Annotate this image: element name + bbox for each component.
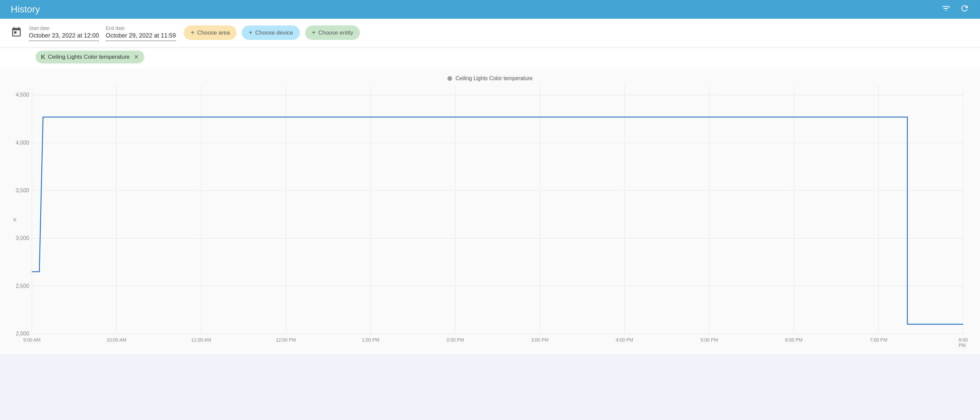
start-date-field[interactable]: Start date October 23, 2022 at 12:00 [29,25,99,41]
y-axis-label: K [13,217,16,223]
choose-device-label: Choose device [255,30,293,36]
app-header: History [0,0,980,19]
chart-svg: 2,0002,5003,0003,5004,0004,500 [32,86,963,334]
refresh-icon[interactable] [960,4,969,16]
svg-text:4,500: 4,500 [16,92,29,98]
x-tick-label: 4:00 PM [616,337,633,342]
svg-text:2,500: 2,500 [16,283,29,289]
x-tick-label: 2:00 PM [446,337,464,342]
plus-icon: + [312,29,316,37]
active-filters: K Ceiling Lights Color temperature ✕ [0,48,980,69]
start-date-value: October 23, 2022 at 12:00 [29,32,99,41]
chart-area: Ceiling Lights Color temperature K 2,000… [0,69,980,354]
end-date-label: End date [106,25,176,31]
svg-line-0 [948,6,950,8]
chart-legend: Ceiling Lights Color temperature [13,75,967,81]
x-tick-label: 12:00 PM [276,337,296,342]
controls-bar: Start date October 23, 2022 at 12:00 End… [0,19,980,48]
chart-inner: 2,0002,5003,0003,5004,0004,500 [32,86,963,334]
choose-device-button[interactable]: + Choose device [242,25,299,40]
plus-icon: + [191,29,194,37]
x-tick-label: 1:00 PM [362,337,379,342]
start-date-label: Start date [29,25,99,31]
page-title: History [11,4,40,15]
date-section: Start date October 23, 2022 at 12:00 End… [11,25,176,41]
calendar-icon [11,27,22,40]
chip-close-button[interactable]: ✕ [134,53,139,61]
filter-buttons: + Choose area + Choose device + Choose e… [184,25,360,40]
legend-label: Ceiling Lights Color temperature [455,75,532,81]
filter-clear-icon[interactable] [941,4,950,16]
x-tick-label: 9:00 AM [23,337,40,342]
svg-text:4,000: 4,000 [16,140,29,146]
choose-entity-button[interactable]: + Choose entity [305,25,360,40]
active-filter-chip: K Ceiling Lights Color temperature ✕ [35,51,144,64]
choose-entity-label: Choose entity [318,30,353,36]
header-actions [941,4,969,16]
end-date-value: October 29, 2022 at 11:59 [106,32,176,41]
chart-container: K 2,0002,5003,0003,5004,0004,500 9:00 AM… [13,86,967,354]
svg-text:2,000: 2,000 [16,331,29,336]
x-axis: 9:00 AM10:00 AM11:00 AM12:00 PM1:00 PM2:… [32,334,963,354]
chip-letter: K [41,54,45,61]
x-tick-label: 7:00 PM [870,337,887,342]
plus-icon: + [248,29,253,37]
chip-label: Ceiling Lights Color temperature [48,54,130,60]
x-tick-label: 10:00 AM [107,337,126,342]
legend-dot [447,76,452,81]
end-date-field[interactable]: End date October 29, 2022 at 11:59 [106,25,176,41]
x-tick-label: 3:00 PM [531,337,549,342]
svg-text:3,000: 3,000 [16,235,29,241]
x-tick-label: 8:00 PM [959,337,967,348]
x-tick-label: 11:00 AM [191,337,211,342]
choose-area-button[interactable]: + Choose area [184,25,237,40]
x-tick-label: 6:00 PM [785,337,803,342]
choose-area-label: Choose area [197,30,230,36]
x-tick-label: 5:00 PM [701,337,718,342]
svg-text:3,500: 3,500 [16,188,29,193]
